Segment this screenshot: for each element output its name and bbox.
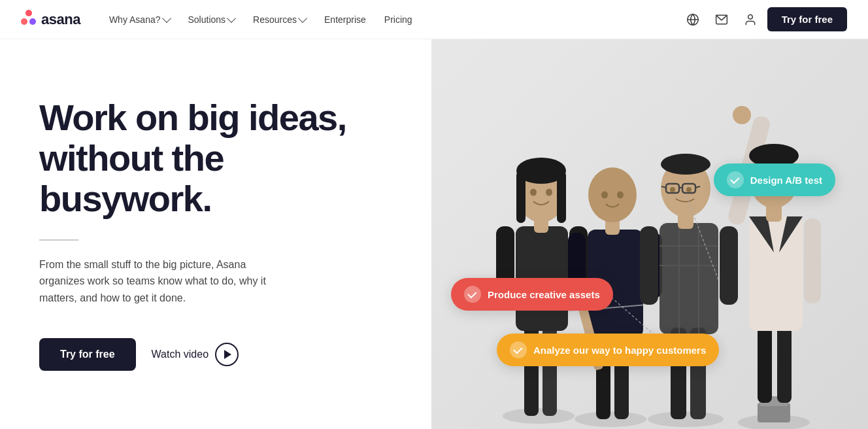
check-icon-1 xyxy=(727,171,744,188)
svg-rect-31 xyxy=(659,223,718,334)
play-triangle-icon xyxy=(224,350,231,359)
svg-point-27 xyxy=(617,192,624,199)
hero-headline: Work on big ideas, without the busywork. xyxy=(39,97,392,218)
nav-item-enterprise[interactable]: Enterprise xyxy=(316,9,374,30)
hero-cta: Try for free Watch video xyxy=(39,338,392,371)
logo-dot-2 xyxy=(21,18,27,25)
mail-button[interactable] xyxy=(710,8,733,31)
svg-rect-53 xyxy=(749,216,803,331)
nav-try-free-button[interactable]: Try for free xyxy=(767,7,847,31)
svg-point-47 xyxy=(661,154,710,175)
hero-image-area: Design A/B test Produce creative assets … xyxy=(431,39,868,429)
nav-item-resources[interactable]: Resources xyxy=(245,9,314,30)
nav-item-why-asana[interactable]: Why Asana? xyxy=(101,9,178,30)
badge-analyze-customers: Analyze our way to happy customers xyxy=(497,334,719,366)
hero-right: Design A/B test Produce creative assets … xyxy=(431,39,868,429)
nav-links: Why Asana? Solutions Resources Enterpris… xyxy=(101,9,681,30)
nav-actions: Try for free xyxy=(681,7,847,31)
chevron-down-icon xyxy=(298,14,307,23)
check-icon-2 xyxy=(464,286,481,303)
svg-rect-13 xyxy=(516,171,526,223)
logo-text: asana xyxy=(41,11,80,28)
badge-design-ab-test: Design A/B test xyxy=(714,163,835,196)
logo-dot-1 xyxy=(25,10,32,16)
svg-rect-56 xyxy=(804,218,821,303)
hero-left: Work on big ideas, without the busywork.… xyxy=(0,39,431,429)
play-circle-icon xyxy=(215,343,239,366)
hero-try-free-button[interactable]: Try for free xyxy=(39,338,136,371)
svg-point-25 xyxy=(588,167,637,222)
svg-rect-52 xyxy=(777,324,792,403)
svg-rect-37 xyxy=(720,226,738,305)
logo-link[interactable]: asana xyxy=(21,11,80,28)
check-icon-3 xyxy=(510,341,527,358)
watch-video-button[interactable]: Watch video xyxy=(152,343,239,366)
svg-point-16 xyxy=(546,189,552,196)
mail-icon xyxy=(715,13,728,26)
globe-button[interactable] xyxy=(681,8,705,31)
svg-rect-36 xyxy=(640,226,658,305)
chevron-down-icon xyxy=(227,14,236,23)
logo-icon xyxy=(21,14,36,25)
navbar: asana Why Asana? Solutions Resources Ent… xyxy=(0,0,868,39)
main-layout: Work on big ideas, without the busywork.… xyxy=(0,39,868,429)
nav-item-solutions[interactable]: Solutions xyxy=(180,9,243,30)
user-button[interactable] xyxy=(739,8,762,31)
badge-produce-assets: Produce creative assets xyxy=(451,278,613,311)
user-icon xyxy=(744,13,757,26)
hero-subtext: From the small stuff to the big picture,… xyxy=(39,256,288,307)
svg-point-46 xyxy=(686,187,692,192)
svg-point-15 xyxy=(530,189,537,196)
svg-point-3 xyxy=(748,14,752,19)
chevron-down-icon xyxy=(161,14,171,23)
nav-item-pricing[interactable]: Pricing xyxy=(376,9,420,30)
person-4 xyxy=(727,106,821,429)
svg-rect-14 xyxy=(557,171,566,223)
globe-icon xyxy=(686,13,699,26)
svg-point-26 xyxy=(601,192,608,199)
svg-point-58 xyxy=(733,106,751,124)
hero-divider xyxy=(39,239,78,241)
svg-point-45 xyxy=(670,187,675,192)
svg-rect-51 xyxy=(758,324,772,403)
logo-dot-3 xyxy=(29,18,36,25)
people-illustration xyxy=(454,50,846,429)
